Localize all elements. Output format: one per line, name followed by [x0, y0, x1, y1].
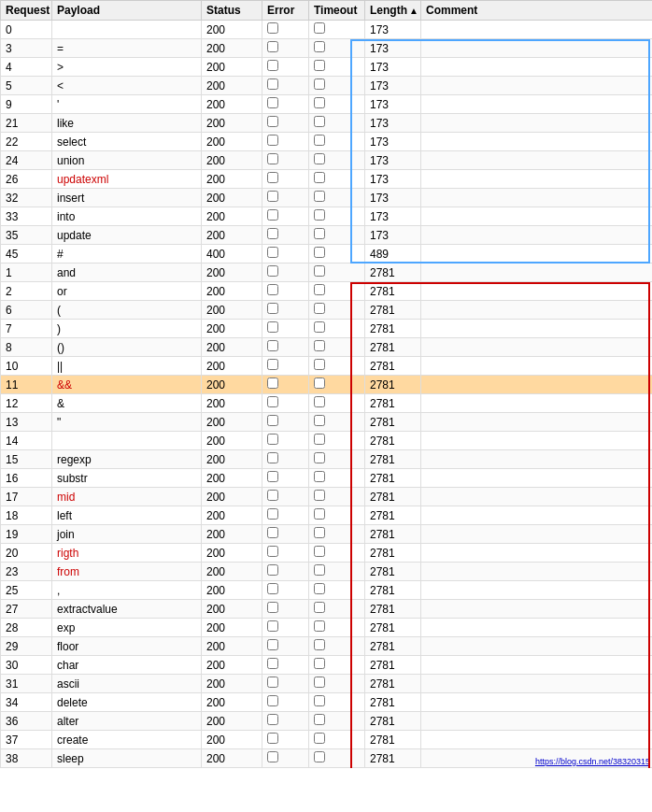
cell-timeout	[309, 450, 365, 469]
error-checkbox[interactable]	[267, 564, 278, 576]
timeout-checkbox[interactable]	[314, 527, 325, 538]
timeout-checkbox[interactable]	[314, 135, 325, 146]
error-checkbox[interactable]	[267, 415, 278, 426]
error-checkbox[interactable]	[267, 527, 278, 538]
timeout-checkbox[interactable]	[314, 78, 325, 90]
cell-length: 2781	[365, 693, 421, 712]
timeout-checkbox[interactable]	[314, 751, 325, 762]
col-comment[interactable]: Comment	[421, 1, 653, 21]
timeout-checkbox[interactable]	[314, 172, 325, 183]
error-checkbox[interactable]	[267, 116, 278, 127]
error-checkbox[interactable]	[267, 22, 278, 34]
error-checkbox[interactable]	[267, 620, 278, 632]
timeout-checkbox[interactable]	[314, 22, 325, 34]
timeout-checkbox[interactable]	[314, 695, 325, 706]
error-checkbox[interactable]	[267, 378, 278, 389]
error-checkbox[interactable]	[267, 751, 278, 762]
error-checkbox[interactable]	[267, 340, 278, 351]
col-length[interactable]: Length▲	[365, 1, 421, 21]
col-request[interactable]: Request	[1, 1, 52, 21]
timeout-checkbox[interactable]	[314, 639, 325, 650]
error-checkbox[interactable]	[267, 303, 278, 314]
error-checkbox[interactable]	[267, 714, 278, 725]
timeout-checkbox[interactable]	[314, 452, 325, 463]
timeout-checkbox[interactable]	[314, 677, 325, 688]
timeout-checkbox[interactable]	[314, 733, 325, 744]
error-checkbox[interactable]	[267, 228, 278, 239]
timeout-checkbox[interactable]	[314, 153, 325, 164]
error-checkbox[interactable]	[267, 396, 278, 407]
error-checkbox[interactable]	[267, 695, 278, 706]
timeout-checkbox[interactable]	[314, 191, 325, 202]
error-checkbox[interactable]	[267, 191, 278, 202]
timeout-checkbox[interactable]	[314, 209, 325, 221]
timeout-checkbox[interactable]	[314, 490, 325, 501]
table-row: 11&&2002781	[1, 376, 653, 394]
timeout-checkbox[interactable]	[314, 228, 325, 239]
timeout-checkbox[interactable]	[314, 284, 325, 295]
error-checkbox[interactable]	[267, 41, 278, 52]
cell-timeout	[309, 114, 365, 133]
timeout-checkbox[interactable]	[314, 303, 325, 314]
timeout-checkbox[interactable]	[314, 265, 325, 277]
timeout-checkbox[interactable]	[314, 546, 325, 557]
timeout-checkbox[interactable]	[314, 714, 325, 725]
timeout-checkbox[interactable]	[314, 434, 325, 445]
table-row: 7)2002781	[1, 320, 653, 338]
cell-request: 9	[1, 95, 52, 114]
error-checkbox[interactable]	[267, 546, 278, 557]
col-error[interactable]: Error	[262, 1, 309, 21]
error-checkbox[interactable]	[267, 602, 278, 613]
timeout-checkbox[interactable]	[314, 116, 325, 127]
timeout-checkbox[interactable]	[314, 602, 325, 613]
error-checkbox[interactable]	[267, 60, 278, 71]
timeout-checkbox[interactable]	[314, 620, 325, 632]
error-checkbox[interactable]	[267, 265, 278, 277]
timeout-checkbox[interactable]	[314, 321, 325, 333]
cell-timeout	[309, 301, 365, 320]
timeout-checkbox[interactable]	[314, 471, 325, 482]
error-checkbox[interactable]	[267, 97, 278, 108]
timeout-checkbox[interactable]	[314, 41, 325, 52]
error-checkbox[interactable]	[267, 172, 278, 183]
cell-status: 200	[202, 301, 262, 320]
col-timeout[interactable]: Timeout	[309, 1, 365, 21]
timeout-checkbox[interactable]	[314, 396, 325, 407]
error-checkbox[interactable]	[267, 733, 278, 744]
error-checkbox[interactable]	[267, 135, 278, 146]
error-checkbox[interactable]	[267, 452, 278, 463]
cell-comment	[421, 581, 653, 600]
error-checkbox[interactable]	[267, 434, 278, 445]
error-checkbox[interactable]	[267, 658, 278, 669]
timeout-checkbox[interactable]	[314, 658, 325, 669]
col-payload[interactable]: Payload	[52, 1, 202, 21]
timeout-checkbox[interactable]	[314, 340, 325, 351]
timeout-checkbox[interactable]	[314, 508, 325, 520]
error-checkbox[interactable]	[267, 284, 278, 295]
cell-error	[262, 320, 309, 338]
timeout-checkbox[interactable]	[314, 583, 325, 594]
timeout-checkbox[interactable]	[314, 60, 325, 71]
timeout-checkbox[interactable]	[314, 378, 325, 389]
cell-status: 200	[202, 600, 262, 619]
error-checkbox[interactable]	[267, 490, 278, 501]
timeout-checkbox[interactable]	[314, 564, 325, 576]
error-checkbox[interactable]	[267, 78, 278, 90]
timeout-checkbox[interactable]	[314, 359, 325, 370]
error-checkbox[interactable]	[267, 677, 278, 688]
error-checkbox[interactable]	[267, 153, 278, 164]
error-checkbox[interactable]	[267, 321, 278, 333]
cell-request: 3	[1, 39, 52, 58]
error-checkbox[interactable]	[267, 209, 278, 221]
error-checkbox[interactable]	[267, 639, 278, 650]
error-checkbox[interactable]	[267, 583, 278, 594]
col-status[interactable]: Status	[202, 1, 262, 21]
timeout-checkbox[interactable]	[314, 247, 325, 258]
timeout-checkbox[interactable]	[314, 415, 325, 426]
timeout-checkbox[interactable]	[314, 97, 325, 108]
error-checkbox[interactable]	[267, 471, 278, 482]
error-checkbox[interactable]	[267, 508, 278, 520]
error-checkbox[interactable]	[267, 359, 278, 370]
error-checkbox[interactable]	[267, 247, 278, 258]
table-row: 20rigth2002781	[1, 544, 653, 563]
